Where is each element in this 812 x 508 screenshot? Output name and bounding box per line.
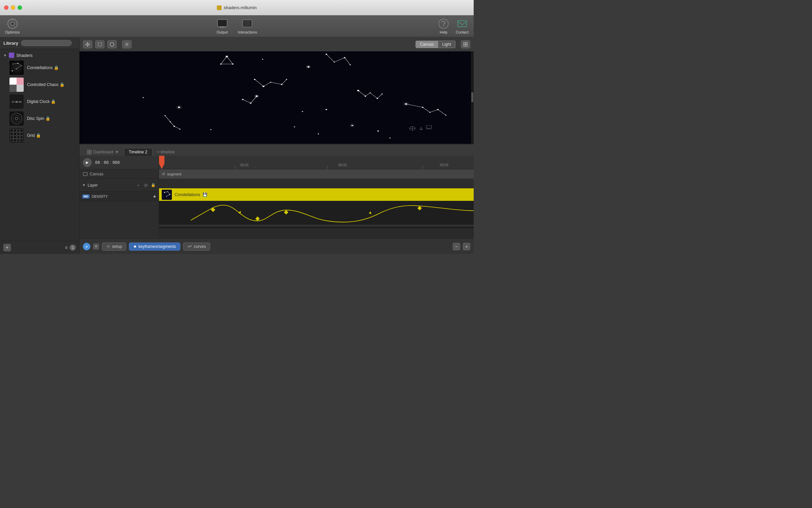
play-button[interactable]: ▶ bbox=[83, 158, 92, 167]
group-header-shaders[interactable]: ▼ Shaders bbox=[0, 51, 79, 59]
shader-item-controlled-chaos[interactable]: Controlled Chaos 🔒 bbox=[0, 76, 79, 93]
timeline-section: Dashboard ▼ Timeline 2 + timeline ▶ 00 :… bbox=[80, 144, 474, 238]
keyframe-track bbox=[159, 201, 474, 228]
shader-item-grid[interactable]: Grid 🔒 bbox=[0, 127, 79, 144]
density-track-header: MD DENSITY ◆ bbox=[80, 192, 159, 201]
setup-button[interactable]: setup bbox=[102, 242, 126, 251]
list-view-button[interactable]: ≡ bbox=[65, 245, 68, 250]
timeline-2-tab[interactable]: Timeline 2 bbox=[124, 148, 153, 156]
add-timeline-button[interactable]: + timeline bbox=[153, 148, 179, 156]
select-tool-button[interactable] bbox=[95, 40, 105, 48]
sidebar: Library ⌕ ▼ Shaders bbox=[0, 37, 80, 254]
traffic-lights bbox=[4, 5, 22, 10]
add-shader-button[interactable]: + bbox=[3, 244, 11, 251]
bottom-bar: + ▼ setup keyframes/segments curves bbox=[80, 238, 474, 254]
preview-scrollbar[interactable] bbox=[471, 51, 474, 144]
dashboard-tab[interactable]: Dashboard ▼ bbox=[83, 148, 123, 156]
output-button[interactable]: Output bbox=[217, 18, 228, 34]
move-tool-button[interactable] bbox=[83, 40, 92, 48]
interactions-button[interactable]: Interactions bbox=[238, 18, 257, 34]
minimize-button[interactable] bbox=[11, 5, 15, 10]
optimize-icon bbox=[7, 18, 18, 29]
search-input[interactable] bbox=[21, 40, 72, 46]
svg-point-77 bbox=[325, 109, 327, 110]
shader-item-digital-clock[interactable]: 17:08:43 Digital Clock 🔒 bbox=[0, 93, 79, 110]
curves-icon bbox=[187, 245, 192, 248]
keyframe-curve-svg bbox=[159, 201, 474, 227]
shader-item-disc-spin[interactable]: Disc Spin 🔒 bbox=[0, 110, 79, 127]
timeline-tabs: Dashboard ▼ Timeline 2 + timeline bbox=[80, 144, 474, 156]
help-button[interactable]: Help bbox=[438, 18, 449, 34]
optimize-button[interactable]: Optimize bbox=[5, 18, 20, 34]
transport-controls: ▶ 00 : 00 : 000 bbox=[80, 156, 159, 169]
zoom-out-button[interactable]: − bbox=[453, 243, 460, 250]
light-view-button[interactable]: Light bbox=[438, 41, 455, 48]
main-toolbar: Optimize Output bbox=[0, 15, 474, 37]
timeline-content: ▶ 00 : 00 : 000 bbox=[80, 156, 474, 238]
canvas-track-header: Canvas bbox=[80, 169, 159, 179]
svg-rect-27 bbox=[111, 43, 113, 46]
lock-controlled-chaos: 🔒 bbox=[60, 82, 65, 87]
density-badge: MD bbox=[82, 194, 90, 198]
maximize-button[interactable] bbox=[18, 5, 22, 10]
shader-item-constellations[interactable]: Constellations 🔒 bbox=[0, 59, 79, 76]
svg-point-79 bbox=[350, 124, 355, 127]
svg-point-23 bbox=[13, 115, 20, 122]
time-display: 00 : 00 : 000 bbox=[95, 160, 120, 165]
add-layer-button[interactable]: + bbox=[83, 243, 90, 250]
segment-track: ↺ segment bbox=[159, 169, 474, 179]
canvas-icon bbox=[83, 172, 88, 176]
shader-thumb-grid bbox=[9, 128, 24, 143]
shader-name-digital-clock: Digital Clock 🔒 bbox=[27, 99, 56, 104]
canvas-view-button[interactable]: Canvas bbox=[415, 41, 438, 48]
canvas-track bbox=[159, 179, 474, 188]
curves-button[interactable]: curves bbox=[183, 242, 210, 251]
time-milliseconds: 000 bbox=[112, 160, 120, 165]
layer-collapse-arrow[interactable]: ▼ bbox=[82, 183, 86, 187]
svg-marker-138 bbox=[418, 206, 422, 210]
keyframes-button[interactable]: keyframes/segments bbox=[129, 242, 180, 251]
shader-thumb-controlled-chaos bbox=[9, 78, 24, 92]
svg-rect-13 bbox=[458, 21, 467, 27]
timeline-layer-list: Canvas ▼ Layer + bbox=[80, 169, 159, 238]
shaders-group-label: Shaders bbox=[16, 53, 32, 58]
layer-visibility-button[interactable] bbox=[143, 183, 149, 188]
contact-icon bbox=[457, 18, 468, 29]
add-sublayer-button[interactable]: + bbox=[136, 183, 141, 188]
lock-disc-spin: 🔒 bbox=[45, 116, 50, 121]
keyframe-diamond-icon[interactable]: ◆ bbox=[153, 194, 156, 198]
settings-button[interactable] bbox=[122, 40, 132, 48]
ruler-mark-0001: 00:01 bbox=[240, 163, 249, 167]
svg-point-97 bbox=[210, 129, 212, 130]
keyframes-diamond-icon bbox=[133, 245, 137, 248]
time-hours: 00 bbox=[95, 160, 100, 165]
ruler-mark-0002: 00:02 bbox=[338, 163, 347, 167]
svg-rect-110 bbox=[90, 152, 91, 154]
layer-options-button[interactable]: ▼ bbox=[93, 244, 99, 250]
svg-point-141 bbox=[108, 246, 109, 247]
setup-label: setup bbox=[112, 244, 122, 249]
window-title-text: shaders.millumin bbox=[224, 5, 257, 10]
search-wrapper: ⌕ bbox=[21, 40, 72, 46]
svg-point-76 bbox=[302, 111, 303, 112]
zoom-in-button[interactable]: + bbox=[463, 243, 470, 250]
svg-point-28 bbox=[126, 43, 128, 45]
contact-button[interactable]: Contact bbox=[456, 18, 469, 34]
svg-rect-6 bbox=[243, 20, 252, 27]
window-title: shaders.millumin bbox=[217, 5, 257, 10]
constellations-track[interactable]: Constellations 💾 bbox=[159, 188, 474, 201]
svg-rect-25 bbox=[98, 43, 102, 46]
shader-name-controlled-chaos: Controlled Chaos 🔒 bbox=[27, 82, 65, 87]
svg-point-98 bbox=[294, 126, 295, 127]
svg-point-18 bbox=[12, 70, 13, 71]
lock-constellations: 🔒 bbox=[54, 65, 59, 70]
close-button[interactable] bbox=[4, 5, 8, 10]
record-button[interactable] bbox=[107, 40, 117, 48]
file-icon bbox=[217, 5, 222, 10]
shader-name-constellations: Constellations 🔒 bbox=[27, 65, 59, 70]
time-minutes: 00 bbox=[104, 160, 109, 165]
grid-view-button[interactable] bbox=[461, 40, 470, 48]
layer-label: Layer bbox=[88, 183, 134, 188]
lock-grid: 🔒 bbox=[36, 133, 41, 138]
layer-lock-button[interactable]: 🔒 bbox=[151, 183, 156, 188]
